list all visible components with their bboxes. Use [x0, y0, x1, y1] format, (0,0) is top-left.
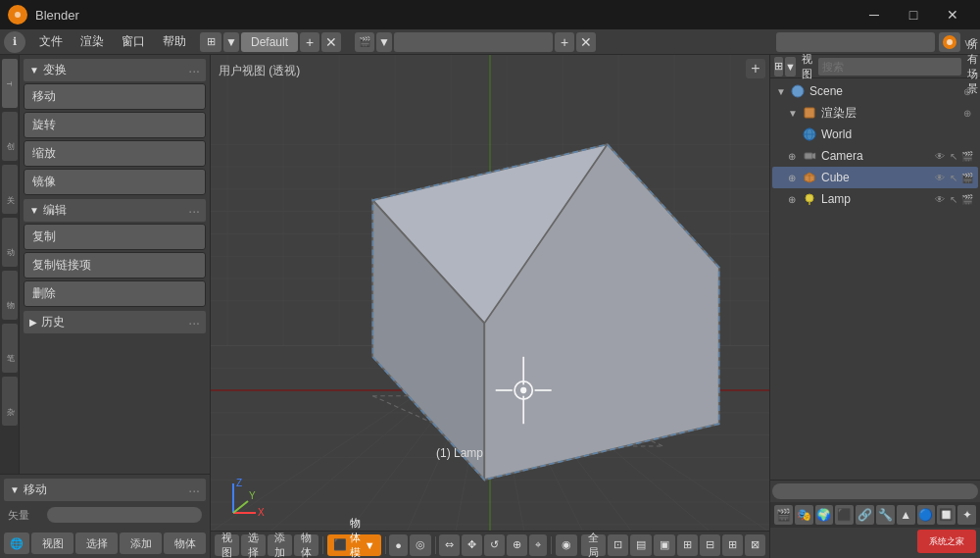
- vp-r3-button[interactable]: ⊞: [677, 534, 698, 556]
- move-bottom-header[interactable]: ▼ 移动 ···: [4, 479, 206, 501]
- close-button[interactable]: ✕: [933, 0, 972, 29]
- duplicate-link-button[interactable]: 复制链接项: [24, 252, 206, 279]
- cube-eye-icon[interactable]: 👁: [933, 171, 947, 184]
- nav-view-button[interactable]: 视图: [31, 533, 74, 554]
- vp-snap-button[interactable]: ⌖: [529, 534, 547, 556]
- vp-r5-button[interactable]: ⊞: [722, 534, 743, 556]
- vp-mode-button[interactable]: ⬛ 物体模式 ▼: [327, 534, 381, 556]
- move-button[interactable]: 移动: [24, 83, 206, 110]
- nav-add-button[interactable]: 添加: [120, 533, 162, 554]
- outliner-item-renderlayer[interactable]: ▼ 渲染层 ⊕: [772, 102, 978, 124]
- prop-material-button[interactable]: 🔵: [917, 505, 936, 525]
- vp-wire-button[interactable]: ◎: [410, 534, 431, 556]
- vp-lock-button[interactable]: ⊡: [608, 534, 628, 556]
- menu-window[interactable]: 窗口: [114, 31, 153, 52]
- camera-render-icon[interactable]: 🎬: [960, 149, 974, 163]
- title-bar: Blender ─ □ ✕: [0, 0, 980, 29]
- sidebar-tab-animation[interactable]: 动: [2, 218, 18, 267]
- prop-object-button[interactable]: ⬛: [835, 505, 854, 525]
- scale-button[interactable]: 缩放: [24, 140, 206, 167]
- cube-render-icon[interactable]: 🎬: [960, 171, 974, 184]
- vp-r1-button[interactable]: ▤: [630, 534, 652, 556]
- svg-rect-72: [805, 153, 812, 159]
- camera-expand-icon: ⊕: [788, 151, 802, 162]
- outliner-item-lamp[interactable]: ⊕ Lamp 👁 ↖ 🎬: [772, 188, 978, 210]
- rotate-button[interactable]: 旋转: [24, 112, 206, 138]
- add-workspace-button[interactable]: +: [300, 32, 319, 52]
- camera-eye-icon[interactable]: 👁: [933, 149, 947, 163]
- lamp-eye-icon[interactable]: 👁: [933, 192, 947, 206]
- nav-globe-button[interactable]: 🌐: [4, 533, 29, 554]
- nav-object-button[interactable]: 物体: [164, 533, 206, 554]
- viewport-expand-button[interactable]: +: [746, 59, 765, 78]
- prop-render-button[interactable]: 🎬: [774, 505, 793, 525]
- edit-header[interactable]: ▼ 编辑 ···: [24, 199, 206, 222]
- scene-dropdown-icon[interactable]: ▼: [376, 32, 392, 52]
- outliner-item-world[interactable]: World: [772, 124, 978, 145]
- render-engine-input[interactable]: Blender 渲染: [776, 32, 935, 52]
- prop-modifier-button[interactable]: 🔧: [876, 505, 895, 525]
- cube-cursor-icon[interactable]: ↖: [947, 171, 960, 184]
- nav-select-button[interactable]: 选择: [75, 533, 118, 554]
- outliner-menu-button[interactable]: ⊞: [774, 57, 783, 76]
- scene-add-icon[interactable]: ⊕: [960, 84, 974, 98]
- layout-icon[interactable]: ⊞: [200, 32, 221, 52]
- vp-arrows-button[interactable]: ⇔: [439, 534, 460, 556]
- transform-header[interactable]: ▼ 变换 ···: [24, 59, 206, 81]
- props-search-slider[interactable]: [772, 483, 978, 499]
- vp-select-button[interactable]: 选择: [241, 534, 266, 556]
- scene-name-input[interactable]: Scene: [394, 32, 553, 52]
- close-workspace-button[interactable]: ✕: [321, 32, 341, 52]
- vector-slider[interactable]: [47, 507, 202, 523]
- close-scene-button[interactable]: ✕: [576, 32, 596, 52]
- menu-help[interactable]: 帮助: [155, 31, 194, 52]
- outliner-search[interactable]: [818, 58, 961, 76]
- vp-global-button[interactable]: 全局: [581, 534, 606, 556]
- menu-render[interactable]: 渲染: [73, 31, 112, 52]
- vp-r2-button[interactable]: ▣: [654, 534, 675, 556]
- vp-view-button[interactable]: 视图: [215, 534, 239, 556]
- renderlayer-add-icon[interactable]: ⊕: [960, 106, 974, 120]
- workspace-tab-default[interactable]: Default: [241, 32, 298, 52]
- delete-button[interactable]: 删除: [24, 280, 206, 307]
- lamp-render-icon[interactable]: 🎬: [960, 192, 974, 206]
- outliner-item-scene[interactable]: ▼ Scene ⊕: [772, 80, 978, 102]
- sidebar-tab-misc[interactable]: 杂: [2, 377, 18, 426]
- vp-r6-button[interactable]: ⊠: [745, 534, 765, 556]
- prop-particle-button[interactable]: ✦: [957, 505, 976, 525]
- menu-file[interactable]: 文件: [31, 31, 71, 52]
- prop-data-button[interactable]: ▲: [897, 505, 915, 525]
- sidebar-tab-tools[interactable]: T: [2, 59, 18, 108]
- vp-object-button[interactable]: 物体: [294, 534, 318, 556]
- outliner-dropdown-button[interactable]: ▼: [785, 57, 796, 76]
- vp-sphere-button[interactable]: ●: [389, 534, 408, 556]
- mirror-button[interactable]: 镜像: [24, 169, 206, 195]
- outliner-item-cube[interactable]: ⊕ Cube 👁 ↖ 🎬: [772, 167, 978, 188]
- camera-cursor-icon[interactable]: ↖: [947, 149, 960, 163]
- history-header[interactable]: ▶ 历史 ···: [24, 311, 206, 333]
- outliner-item-camera[interactable]: ⊕ Camera 👁 ↖ 🎬: [772, 145, 978, 167]
- viewport[interactable]: 用户视图 (透视) + (1) Lamp Z X Y: [211, 55, 769, 558]
- sidebar-tab-physics[interactable]: 物: [2, 271, 18, 320]
- sidebar-tab-relations[interactable]: 关: [2, 165, 18, 214]
- toolbar-separator-4: [551, 536, 552, 554]
- vp-r4-button[interactable]: ⊟: [700, 534, 720, 556]
- prop-scene-button[interactable]: 🎭: [795, 505, 813, 525]
- prop-texture-button[interactable]: 🔲: [937, 505, 956, 525]
- vp-manipulator-button[interactable]: ⊕: [507, 534, 527, 556]
- add-scene-button[interactable]: +: [555, 32, 574, 52]
- prop-constraint-button[interactable]: 🔗: [856, 505, 874, 525]
- maximize-button[interactable]: □: [894, 0, 933, 29]
- workspace-dropdown-icon[interactable]: ▼: [223, 32, 239, 52]
- prop-world-button[interactable]: 🌍: [815, 505, 834, 525]
- vp-proportional-button[interactable]: ◉: [556, 534, 577, 556]
- sidebar-tab-grease[interactable]: 笔: [2, 324, 18, 373]
- duplicate-button[interactable]: 复制: [24, 224, 206, 250]
- lamp-cursor-icon[interactable]: ↖: [947, 192, 960, 206]
- outliner-tab-view[interactable]: 视图: [798, 52, 816, 81]
- sidebar-tab-create[interactable]: 创: [2, 112, 18, 161]
- vp-transform-button[interactable]: ✥: [462, 534, 482, 556]
- vp-rotate-icon-button[interactable]: ↺: [484, 534, 505, 556]
- vp-add-button[interactable]: 添加: [268, 534, 292, 556]
- minimize-button[interactable]: ─: [855, 0, 894, 29]
